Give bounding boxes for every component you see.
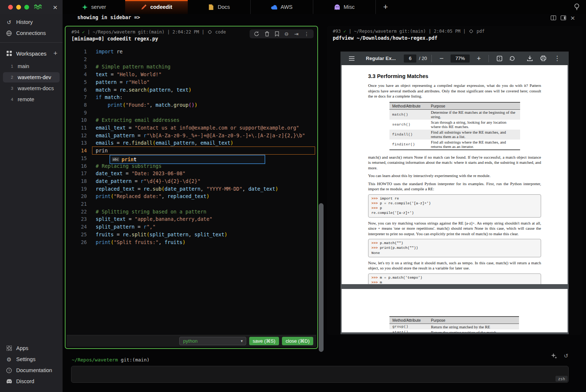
- code-line[interactable]: 11email_text = "Contact us at info@examp…: [66, 124, 316, 132]
- code-line[interactable]: 20print("Replaced date:", replaced_text): [66, 193, 316, 200]
- code-line[interactable]: 4text = "Hello, World!": [66, 71, 316, 78]
- line-number[interactable]: 19: [66, 185, 87, 193]
- line-number[interactable]: 2: [66, 56, 87, 63]
- save-button[interactable]: save (⌘S): [249, 337, 279, 345]
- pdf-zoom-level[interactable]: 77%: [451, 54, 470, 63]
- code-line[interactable]: 7if match:: [66, 93, 316, 101]
- close-icon[interactable]: ×: [571, 15, 575, 20]
- line-number[interactable]: 23: [66, 215, 87, 223]
- sidebar-item-apps[interactable]: Apps: [0, 343, 63, 354]
- line-number[interactable]: 16: [66, 162, 87, 170]
- code-line[interactable]: 21: [66, 200, 316, 208]
- code-line[interactable]: 19replaced_text = re.sub(date_pattern, "…: [66, 185, 316, 193]
- traffic-light-minimize-icon[interactable]: [16, 5, 21, 10]
- split-panel-icon[interactable]: [561, 15, 566, 20]
- tab-codeedit[interactable]: codeedit: [125, 0, 188, 14]
- move-to-sidebar-icon[interactable]: ⇥: [294, 31, 299, 36]
- code-line[interactable]: 25fruits = re.split(split_pattern, split…: [66, 231, 316, 239]
- line-number[interactable]: 17: [66, 170, 87, 177]
- line-number[interactable]: 25: [66, 231, 87, 239]
- line-number[interactable]: 11: [66, 124, 87, 132]
- line-number[interactable]: 12: [66, 132, 87, 140]
- line-number[interactable]: 15: [66, 155, 87, 162]
- line-number[interactable]: 7: [66, 93, 87, 101]
- line-number[interactable]: 1: [66, 48, 87, 56]
- workspace-item-waveterm-dev[interactable]: 2 waveterm-dev: [3, 72, 60, 82]
- code-line[interactable]: 12email_pattern = r"\b[A-Za-z0-9._%+-]+@…: [66, 132, 316, 140]
- code-line[interactable]: 3# Simple pattern matching: [66, 63, 316, 71]
- fit-page-icon[interactable]: [497, 56, 502, 61]
- sidebar-item-history[interactable]: ↺ History: [0, 14, 63, 28]
- sidebar-item-settings[interactable]: ⚙ Settings: [0, 354, 63, 365]
- autocomplete-popup[interactable]: abc print: [110, 155, 265, 164]
- sidebar-item-documentation[interactable]: ? Documentation: [0, 365, 63, 376]
- history-icon[interactable]: ↺: [564, 353, 568, 359]
- tab-aws[interactable]: AWS: [250, 0, 313, 14]
- rotate-icon[interactable]: [509, 56, 515, 61]
- line-number[interactable]: 10: [66, 116, 87, 124]
- terminal-input[interactable]: [71, 366, 568, 382]
- pdf-more-icon[interactable]: ⋮: [554, 55, 560, 61]
- line-number[interactable]: 26: [66, 239, 87, 246]
- code-editor[interactable]: 1import re23# Simple pattern matching4te…: [66, 48, 316, 333]
- pdf-pages[interactable]: 3.3 Performing Matches Once you have an …: [340, 65, 569, 334]
- line-number[interactable]: 8: [66, 101, 87, 109]
- sidebar-item-discord[interactable]: Discord: [0, 376, 63, 387]
- code-line[interactable]: 23split_text = "apple,banana,cherry,date…: [66, 215, 316, 223]
- tab-misc[interactable]: Misc: [313, 0, 375, 14]
- code-line[interactable]: 5pattern = r"Hello": [66, 78, 316, 86]
- code-line[interactable]: 6match = re.search(pattern, text): [66, 86, 316, 94]
- workspace-item-waveterm-docs[interactable]: 3 waveterm-docs: [3, 83, 60, 93]
- workspace-item-main[interactable]: 1 main: [3, 61, 60, 71]
- sidebar-close-icon[interactable]: ×: [53, 3, 57, 11]
- sidebar-item-connections[interactable]: Connections: [0, 28, 63, 39]
- print-icon[interactable]: [540, 56, 546, 61]
- code-line[interactable]: 13emails = re.findall(email_pattern, ema…: [66, 139, 316, 147]
- minus-circle-icon[interactable]: ⊖: [285, 31, 289, 36]
- tab-docs[interactable]: Docs: [188, 0, 250, 14]
- scrollbar-thumb[interactable]: [319, 203, 324, 352]
- code-line[interactable]: 17date_text = "Date: 2023-06-08": [66, 170, 316, 177]
- traffic-light-close-icon[interactable]: [8, 5, 13, 10]
- line-number[interactable]: 6: [66, 86, 87, 94]
- refresh-icon[interactable]: [254, 31, 259, 36]
- code-line[interactable]: 1import re: [66, 48, 316, 56]
- workspace-item-remote[interactable]: 4 remote: [3, 94, 60, 105]
- tab-server[interactable]: server: [63, 0, 125, 14]
- pdf-page-input[interactable]: [404, 56, 416, 61]
- bookmark-icon[interactable]: [275, 31, 279, 36]
- download-icon[interactable]: [527, 56, 533, 61]
- code-line[interactable]: 2: [66, 56, 316, 63]
- code-line[interactable]: 9: [66, 109, 316, 117]
- lightbulb-icon[interactable]: [573, 3, 580, 11]
- line-number[interactable]: 20: [66, 193, 87, 200]
- code-line[interactable]: 10# Extracting email addresses: [66, 116, 316, 124]
- trash-icon[interactable]: [265, 31, 269, 36]
- line-number[interactable]: 22: [66, 208, 87, 216]
- code-line[interactable]: 18date_pattern = r"\d{4}-\d{2}-\d{2}": [66, 177, 316, 185]
- code-line[interactable]: 24split_pattern = r",": [66, 223, 316, 231]
- line-number[interactable]: 13: [66, 139, 87, 147]
- block-header[interactable]: #93 ✓ | ~/Repos/waveterm git:(main) | 2:…: [327, 26, 582, 42]
- pdf-menu-icon[interactable]: [349, 56, 354, 61]
- zoom-in-icon[interactable]: +: [477, 55, 481, 62]
- split-columns-icon[interactable]: [551, 15, 556, 20]
- new-tab-button[interactable]: +: [375, 0, 398, 14]
- wave-ai-sparkle-icon[interactable]: [551, 353, 557, 359]
- zoom-out-icon[interactable]: −: [440, 55, 444, 62]
- line-number[interactable]: 9: [66, 109, 87, 117]
- traffic-light-zoom-icon[interactable]: [24, 5, 29, 10]
- block-menu-icon[interactable]: ⋮: [304, 31, 309, 36]
- line-number[interactable]: 4: [66, 71, 87, 78]
- language-select[interactable]: python ▾: [179, 337, 246, 345]
- line-number[interactable]: 3: [66, 63, 87, 71]
- line-number[interactable]: 18: [66, 177, 87, 185]
- close-button[interactable]: close (⌘D): [282, 337, 313, 345]
- line-number[interactable]: 5: [66, 78, 87, 86]
- suggestion-item[interactable]: print: [121, 156, 137, 162]
- line-number[interactable]: 21: [66, 200, 87, 208]
- code-line[interactable]: 22# Splitting string based on a pattern: [66, 208, 316, 216]
- line-number[interactable]: 14: [66, 147, 87, 155]
- line-number[interactable]: 24: [66, 223, 87, 231]
- add-workspace-button[interactable]: +: [53, 49, 57, 57]
